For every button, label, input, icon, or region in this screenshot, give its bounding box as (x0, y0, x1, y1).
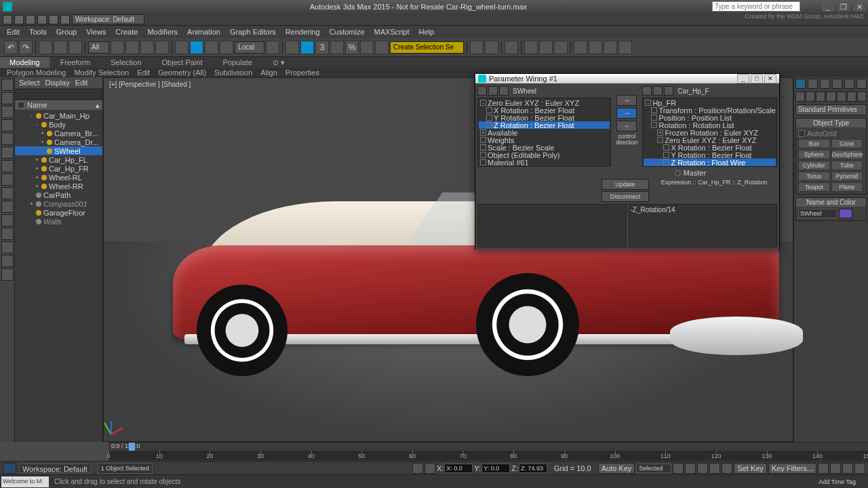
cameras-cat-icon[interactable] (826, 92, 835, 102)
ribbon-panel-properties[interactable]: Properties (285, 68, 319, 77)
scene-item[interactable]: SWheel (15, 146, 102, 155)
maxscript-listener[interactable]: Welcome to M: (1, 476, 49, 487)
unlink-icon[interactable] (54, 41, 67, 54)
param-node[interactable]: -Zero Euler XYZ : Euler XYZ (479, 99, 610, 106)
display-bone-icon[interactable] (1, 160, 14, 172)
helpers-cat-icon[interactable] (837, 92, 846, 102)
dialog-titlebar[interactable]: Parameter Wiring #1 _ □ ✕ (475, 74, 779, 83)
ribbon-panel-geometryall[interactable]: Geometry (All) (158, 68, 206, 77)
help-search-input[interactable] (713, 2, 800, 11)
param-node[interactable]: -Hp_FR (644, 99, 776, 106)
mirror-icon[interactable] (470, 41, 484, 54)
redo-button[interactable]: ↷ (19, 41, 33, 54)
named-selection-dropdown[interactable]: Create Selection Se (390, 41, 464, 54)
prim-teapot[interactable]: Teapot (798, 182, 830, 192)
render-prod-icon[interactable] (618, 41, 632, 54)
close-button[interactable]: ✕ (853, 2, 865, 12)
menu-tools[interactable]: Tools (25, 28, 51, 36)
menu-grapheditors[interactable]: Graph Editors (226, 28, 280, 36)
refresh-icon[interactable] (499, 86, 509, 96)
scale-icon[interactable] (205, 41, 218, 54)
disconnect-button[interactable]: Disconnect (601, 191, 649, 202)
name-color-rollout[interactable]: Name and Color (796, 198, 866, 207)
two-way-button[interactable]: ↔ (616, 95, 637, 106)
minimize-button[interactable]: _ (822, 2, 834, 12)
spinner-snap-icon[interactable] (360, 41, 374, 54)
dialog-close-button[interactable]: ✕ (764, 74, 776, 83)
left-to-right-button[interactable]: → (616, 108, 637, 119)
angle-snap-icon[interactable] (330, 41, 344, 54)
abs-rel-icon[interactable] (425, 463, 435, 474)
right-param-tree[interactable]: -Hp_FRTransform : Position/Rotation/Scal… (642, 98, 777, 167)
display-all-icon[interactable] (1, 241, 14, 253)
align-icon[interactable] (485, 41, 498, 54)
menu-create[interactable]: Create (111, 28, 142, 36)
ribbon-config-icon[interactable]: ⊙ ▾ (263, 57, 294, 68)
left-expression-input[interactable] (477, 204, 627, 247)
render-setup-icon[interactable] (574, 41, 587, 54)
display-geom-icon[interactable] (1, 79, 14, 91)
menu-views[interactable]: Views (82, 28, 110, 36)
time-slider[interactable]: 0:0 / 150:0 0102030405060708090100110120… (108, 442, 868, 461)
left-param-tree[interactable]: -Zero Euler XYZ : Euler XYZX Rotation : … (477, 98, 611, 167)
set-key-button[interactable]: Set Key (734, 463, 767, 474)
workspace-status[interactable]: Workspace: Default (19, 464, 91, 473)
rotate-icon[interactable] (190, 41, 203, 54)
project-icon[interactable] (60, 15, 70, 24)
scene-item[interactable]: +Car_Hp_FR (15, 164, 102, 173)
ribbon-panel-subdivision[interactable]: Subdivision (214, 68, 252, 77)
percent-snap-icon[interactable]: % (345, 41, 359, 54)
pivot-icon[interactable] (266, 41, 279, 54)
utilities-tab-icon[interactable] (856, 79, 867, 89)
scene-item[interactable]: -Body (15, 120, 102, 129)
select-icon[interactable] (111, 41, 124, 54)
ribbon-panel-polygonmodeling[interactable]: Polygon Modeling (7, 68, 66, 77)
prim-box[interactable]: Box (798, 139, 830, 148)
ribbon-tab-populate[interactable]: Populate (213, 57, 261, 68)
key-mode-dropdown[interactable]: Selected (636, 464, 671, 473)
display-none-icon[interactable] (1, 255, 14, 267)
prev-frame-icon[interactable] (685, 463, 696, 474)
menu-customize[interactable]: Customize (326, 28, 369, 36)
menu-help[interactable]: Help (415, 28, 439, 36)
space-cat-icon[interactable] (847, 92, 856, 102)
goto-start-icon[interactable] (673, 463, 684, 474)
display-tab-icon[interactable] (844, 79, 854, 89)
x-coord-input[interactable] (444, 464, 473, 473)
key-filters-button[interactable]: Key Filters... (768, 463, 816, 474)
menu-group[interactable]: Group (52, 28, 81, 36)
display-space-icon[interactable] (1, 146, 14, 159)
param-node[interactable]: +Frozen Rotation : Euler XYZ (644, 129, 776, 136)
ribbon-panel-edit[interactable]: Edit (137, 68, 150, 77)
param-node[interactable]: Position : Position List (644, 114, 776, 121)
shapes-cat-icon[interactable] (806, 92, 815, 102)
keyboard-shortcut-icon[interactable] (300, 41, 314, 54)
scene-filter-input[interactable] (16, 89, 102, 100)
modify-tab-icon[interactable] (808, 79, 818, 89)
category-dropdown[interactable]: Standard Primitives (795, 104, 867, 115)
param-node[interactable]: -Zero Euler XYZ : Euler XYZ (644, 136, 776, 144)
autogrid-checkbox[interactable] (798, 130, 805, 137)
open-icon[interactable] (14, 15, 24, 24)
viewport-nav1-icon[interactable] (818, 463, 829, 474)
param-node[interactable]: X Rotation : Bezier Float (644, 144, 776, 151)
ribbon-panel-modifyselection[interactable]: Modify Selection (74, 68, 129, 77)
master-toggle[interactable]: Master (604, 169, 777, 177)
lights-cat-icon[interactable] (816, 92, 825, 102)
bind-icon[interactable] (68, 41, 82, 54)
scene-tree[interactable]: -Car_Main_Hp-Body+Camera_Br...+Camera_Dr… (15, 110, 102, 442)
scene-tab-select[interactable]: Select (19, 79, 40, 87)
ribbon-tab-object paint[interactable]: Object Paint (153, 57, 212, 68)
scene-item[interactable]: CarPath (15, 190, 102, 199)
y-coord-input[interactable] (481, 464, 510, 473)
viewport-nav4-icon[interactable] (854, 463, 865, 474)
render-frame-icon[interactable] (589, 41, 602, 54)
new-icon[interactable] (3, 15, 12, 24)
param-node[interactable]: +Available (479, 129, 610, 136)
scene-item[interactable]: GarageFloor (15, 208, 102, 217)
z-coord-input[interactable] (519, 464, 547, 473)
prim-plane[interactable]: Plane (831, 182, 863, 192)
display-hidden-icon[interactable] (1, 214, 14, 226)
move-icon[interactable] (175, 41, 189, 54)
param-node[interactable]: Weights (479, 136, 610, 144)
